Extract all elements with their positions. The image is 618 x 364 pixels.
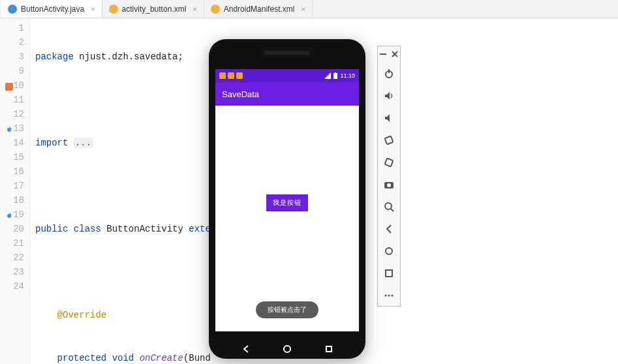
minimize-icon[interactable]: [379, 50, 387, 58]
line-number-gutter: 1 2 3 9 10 11 12 13 14 15 16 17 18 19 20…: [0, 18, 30, 364]
class-gutter-icon: [5, 81, 13, 89]
editor-tabs: ButtonActivity.java × activity_button.xm…: [0, 0, 618, 18]
zoom-icon[interactable]: [382, 200, 395, 213]
code-token: exte: [189, 224, 211, 234]
svg-rect-10: [385, 136, 394, 145]
line-number: 16: [4, 164, 24, 179]
line-number: 17: [4, 179, 24, 193]
svg-point-20: [392, 295, 394, 297]
emulator-toolbar: [377, 46, 401, 307]
status-left-icons: [219, 72, 243, 79]
code-token: (Bund: [183, 353, 211, 363]
code-token: class: [74, 224, 101, 234]
tab-label: activity_button.xml: [122, 5, 187, 14]
status-icon: [236, 72, 243, 79]
close-icon[interactable]: [391, 50, 399, 58]
demo-button[interactable]: 我是按钮: [266, 194, 308, 211]
signal-icon: [324, 72, 331, 79]
svg-rect-17: [386, 270, 392, 277]
svg-point-13: [387, 183, 391, 187]
code-token: import: [35, 138, 68, 148]
status-icon: [228, 72, 234, 79]
line-number: 19: [4, 207, 24, 222]
tab-androidmanifest-xml[interactable]: AndroidManifest.xml ×: [204, 0, 313, 18]
code-token: package: [35, 52, 74, 62]
emulator-device-frame: 11:10 SaveData 我是按钮 按钮被点击了: [209, 39, 365, 359]
android-nav-bar: [209, 344, 365, 354]
status-right: 11:10: [324, 72, 355, 79]
line-number: 2: [4, 35, 24, 50]
tab-activity-button-xml[interactable]: activity_button.xml ×: [102, 0, 204, 18]
nav-overview-icon[interactable]: [324, 344, 333, 354]
xml-file-icon: [109, 5, 118, 14]
line-number: 3: [4, 50, 24, 64]
app-content: 我是按钮 按钮被点击了: [215, 106, 359, 331]
svg-point-2: [7, 214, 11, 218]
code-token: protected: [57, 353, 107, 363]
line-number: 11: [4, 93, 24, 107]
close-icon[interactable]: ×: [193, 5, 196, 13]
toast-message: 按钮被点击了: [256, 301, 318, 318]
tab-buttonactivity-java[interactable]: ButtonActivity.java ×: [1, 0, 102, 18]
rotate-left-icon[interactable]: [382, 134, 395, 147]
nav-home-icon[interactable]: [283, 344, 292, 354]
code-token: njust.dzh.savedata;: [74, 52, 183, 62]
code-token: onCreate: [140, 353, 183, 363]
svg-rect-6: [326, 346, 332, 352]
code-token: ButtonActivity: [101, 224, 189, 234]
line-number: 9: [4, 64, 24, 78]
svg-point-18: [385, 295, 387, 297]
tab-label: AndroidManifest.xml: [224, 5, 295, 14]
more-icon[interactable]: [382, 289, 395, 302]
line-number: 1: [4, 21, 24, 35]
volume-down-icon[interactable]: [382, 112, 395, 125]
line-number: 24: [4, 279, 24, 294]
line-number: 21: [4, 236, 24, 250]
line-number: 14: [4, 136, 24, 150]
battery-icon: [333, 72, 337, 79]
override-gutter-icon: [5, 210, 13, 218]
status-time: 11:10: [340, 72, 355, 79]
close-icon[interactable]: ×: [301, 5, 305, 13]
svg-rect-7: [380, 53, 386, 55]
xml-file-icon: [211, 5, 220, 14]
power-icon[interactable]: [382, 67, 395, 80]
svg-point-16: [386, 248, 392, 254]
camera-icon[interactable]: [382, 178, 395, 191]
svg-point-19: [388, 295, 390, 297]
override-gutter-icon: [5, 124, 13, 132]
svg-point-5: [284, 346, 290, 352]
line-number: 22: [4, 250, 24, 265]
tab-label: ButtonActivity.java: [21, 5, 84, 14]
svg-line-15: [391, 209, 394, 211]
home-icon[interactable]: [382, 245, 395, 258]
volume-up-icon[interactable]: [382, 89, 395, 102]
line-number: 23: [4, 265, 24, 279]
code-token: void: [112, 353, 134, 363]
line-number: 13: [4, 121, 24, 136]
svg-rect-11: [385, 159, 394, 167]
emulator-screen[interactable]: 11:10 SaveData 我是按钮 按钮被点击了: [215, 69, 359, 331]
svg-rect-3: [333, 73, 337, 79]
app-title: SaveData: [222, 89, 259, 99]
svg-rect-4: [335, 72, 336, 73]
svg-point-14: [385, 203, 392, 209]
line-number: 20: [4, 222, 24, 236]
svg-rect-9: [388, 69, 390, 73]
rotate-right-icon[interactable]: [382, 156, 395, 169]
app-bar: SaveData: [215, 82, 359, 106]
status-icon: [219, 72, 226, 79]
line-number: 10: [4, 78, 24, 93]
back-icon[interactable]: [382, 222, 395, 235]
folded-icon[interactable]: ...: [74, 138, 93, 148]
svg-point-1: [7, 128, 11, 132]
nav-back-icon[interactable]: [241, 344, 251, 354]
overview-icon[interactable]: [382, 267, 395, 280]
line-number: 18: [4, 193, 24, 207]
code-token: public: [35, 224, 68, 234]
status-bar: 11:10: [215, 69, 359, 82]
svg-rect-0: [5, 83, 13, 91]
close-icon[interactable]: ×: [91, 5, 95, 13]
code-token: @Override: [57, 310, 107, 320]
line-number: 12: [4, 107, 24, 121]
